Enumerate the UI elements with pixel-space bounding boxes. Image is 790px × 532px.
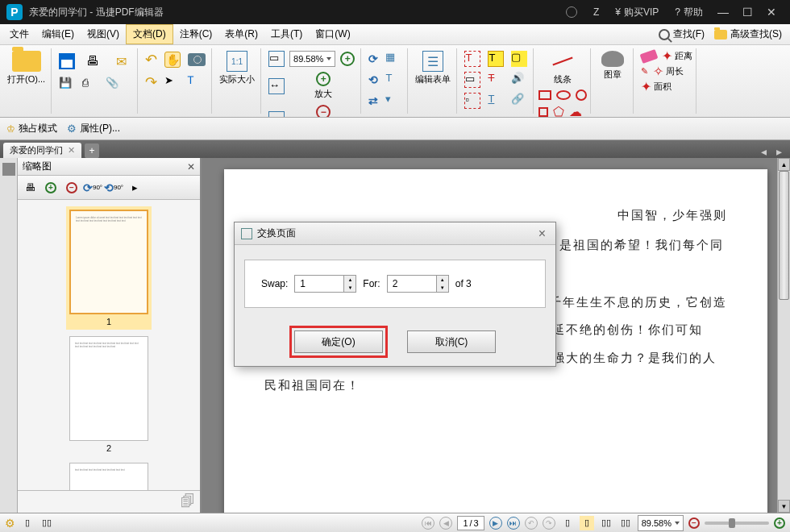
pencil-button[interactable]: ✎ bbox=[638, 64, 651, 79]
dialog-title-bar[interactable]: 交换页面 × bbox=[235, 222, 555, 245]
document-tab[interactable]: 亲爱的同学们✕ bbox=[3, 143, 81, 158]
edit-form-button[interactable]: ☰ 编辑表单 bbox=[413, 48, 453, 88]
vertical-scrollbar[interactable]: ▲ ▼ bbox=[777, 158, 790, 513]
status-zoom-in[interactable]: + bbox=[774, 517, 785, 529]
email-button[interactable]: ✉ bbox=[108, 48, 134, 74]
rotate-ccw-button[interactable]: ⟲ bbox=[366, 71, 380, 89]
thumb-zoom-in-button[interactable]: + bbox=[42, 179, 60, 197]
menu-form[interactable]: 表单(R) bbox=[218, 25, 264, 44]
combo-field-button[interactable]: ▾ bbox=[383, 90, 404, 111]
square-button[interactable] bbox=[538, 107, 548, 117]
undo-button[interactable]: ↶ bbox=[143, 48, 160, 71]
text-field-button[interactable]: T bbox=[383, 69, 404, 90]
tab-prev-button[interactable]: ◂ bbox=[756, 145, 771, 158]
thumb-zoom-out-button[interactable]: − bbox=[63, 179, 81, 197]
cancel-button[interactable]: 取消(C) bbox=[407, 330, 496, 353]
zoom-out-label-button[interactable]: −缩小 bbox=[289, 102, 357, 118]
scroll-up-button[interactable]: ▲ bbox=[778, 158, 790, 171]
strip-btn-1[interactable] bbox=[2, 163, 15, 176]
tab-close-icon[interactable]: ✕ bbox=[68, 145, 75, 156]
help-button[interactable]: ?帮助 bbox=[667, 6, 711, 19]
edit-text-button[interactable]: T bbox=[462, 48, 483, 69]
scroll-thumb[interactable] bbox=[779, 171, 789, 300]
fit-visible-button[interactable]: ▫ bbox=[266, 109, 287, 118]
print-button[interactable]: 🖶 bbox=[80, 48, 106, 74]
cloud-button[interactable]: ☁ bbox=[569, 104, 582, 118]
options-button[interactable]: ⚙ bbox=[5, 517, 15, 530]
find-button[interactable]: 查找(F) bbox=[654, 27, 709, 41]
page-number-field[interactable]: 1 / 3 bbox=[457, 516, 484, 530]
open-button[interactable]: 打开(O)... bbox=[5, 48, 48, 88]
fit-width-button[interactable]: ↔ bbox=[266, 76, 287, 97]
thumbnail-3[interactable]: text text text text text text text text … bbox=[66, 459, 152, 490]
exclusive-mode-button[interactable]: ♔独占模式 bbox=[6, 122, 57, 135]
redo-button[interactable]: ↷ bbox=[143, 71, 160, 94]
globe-button[interactable] bbox=[558, 6, 585, 18]
last-page-button[interactable]: ⏭ bbox=[507, 517, 520, 530]
thumb-menu-button[interactable]: ▸ bbox=[126, 179, 143, 197]
menu-tool[interactable]: 工具(T) bbox=[264, 25, 309, 44]
ok-button[interactable]: 确定(O) bbox=[294, 330, 383, 353]
menu-edit[interactable]: 编辑(E) bbox=[35, 25, 81, 44]
thumb-print-button[interactable]: 🖶 bbox=[21, 179, 39, 197]
properties-button[interactable]: ⚙属性(P)... bbox=[67, 122, 120, 135]
zoom-in-button[interactable]: + bbox=[338, 49, 357, 69]
next-page-button[interactable]: ▶ bbox=[489, 517, 502, 530]
for-up[interactable]: ▲ bbox=[437, 276, 448, 284]
strikeout-button[interactable]: T bbox=[485, 69, 506, 90]
menu-file[interactable]: 文件 bbox=[3, 25, 35, 44]
buy-vip-button[interactable]: ¥购买VIP bbox=[607, 6, 667, 19]
tab-next-button[interactable]: ▸ bbox=[771, 145, 787, 158]
rotate-cw-button[interactable]: ⟳ bbox=[366, 50, 380, 68]
advanced-find-button[interactable]: 高级查找(S) bbox=[709, 27, 787, 41]
snapshot-button[interactable] bbox=[185, 51, 208, 69]
eraser-button[interactable] bbox=[638, 49, 659, 64]
menu-document[interactable]: 文档(D) bbox=[126, 24, 173, 44]
user-label[interactable]: Z bbox=[585, 6, 607, 18]
edit-image-button[interactable]: ▫ bbox=[462, 90, 483, 111]
for-input[interactable] bbox=[388, 278, 436, 289]
edit-object-button[interactable]: ▭ bbox=[462, 69, 483, 90]
select-text-button[interactable]: Ꭲ bbox=[185, 72, 206, 93]
thumb-rotate-ccw-button[interactable]: ⟲90° bbox=[105, 179, 123, 197]
zoom-slider[interactable] bbox=[705, 522, 769, 525]
form-field-button[interactable]: ▦ bbox=[383, 48, 404, 69]
fit-page-button[interactable]: ▭ bbox=[266, 48, 287, 69]
swap-spinner[interactable]: ▲▼ bbox=[294, 275, 356, 293]
prev-view-button[interactable]: ↶ bbox=[525, 517, 538, 530]
dialog-close-button[interactable]: × bbox=[535, 227, 549, 241]
flip-button[interactable]: ⇄ bbox=[366, 92, 380, 110]
zoom-in-label-button[interactable]: +放大 bbox=[289, 69, 357, 102]
next-view-button[interactable]: ↷ bbox=[543, 517, 555, 530]
sb-single-page[interactable]: ▯ bbox=[560, 516, 575, 530]
link-button[interactable]: 🔗 bbox=[509, 90, 530, 111]
status-zoom-out[interactable]: − bbox=[688, 517, 700, 529]
zoom-combo[interactable]: 89.58% bbox=[289, 51, 335, 67]
thumbnail-1[interactable]: Lorem ipsum dolor sit amet text text tex… bbox=[66, 206, 152, 330]
scan-button[interactable]: ⎙ bbox=[80, 74, 101, 95]
ellipse-button[interactable] bbox=[556, 90, 571, 100]
panel-close-button[interactable]: ✕ bbox=[187, 161, 195, 172]
for-spinner[interactable]: ▲▼ bbox=[387, 275, 449, 293]
select-button[interactable]: ➤ bbox=[162, 72, 183, 93]
distance-button[interactable]: ✦ bbox=[662, 48, 672, 64]
new-tab-button[interactable]: + bbox=[85, 143, 99, 158]
attach-button[interactable]: 📎 bbox=[103, 74, 124, 95]
menu-window[interactable]: 窗口(W) bbox=[309, 25, 356, 44]
swap-input[interactable] bbox=[295, 278, 343, 289]
thumb-rotate-cw-button[interactable]: ⟳90° bbox=[84, 179, 102, 197]
zoom-slider-knob[interactable] bbox=[729, 518, 735, 528]
save-as-button[interactable]: 💾 bbox=[56, 74, 77, 95]
swap-down[interactable]: ▼ bbox=[344, 284, 356, 292]
hand-tool-button[interactable]: ✋ bbox=[162, 49, 183, 70]
sb-facing[interactable]: ▯▯ bbox=[599, 516, 613, 530]
area-button[interactable]: ✦ bbox=[641, 79, 651, 94]
stamp-button[interactable]: 图章 bbox=[596, 48, 630, 83]
for-down[interactable]: ▼ bbox=[437, 284, 448, 292]
status-zoom-combo[interactable]: 89.58% bbox=[638, 515, 684, 531]
sb-continuous[interactable]: ▯ bbox=[580, 516, 594, 530]
sb-layout-1[interactable]: ▯ bbox=[20, 516, 35, 530]
swap-up[interactable]: ▲ bbox=[344, 276, 356, 284]
polygon-button[interactable]: ⬠ bbox=[553, 104, 564, 118]
prev-page-button[interactable]: ◀ bbox=[439, 517, 452, 530]
